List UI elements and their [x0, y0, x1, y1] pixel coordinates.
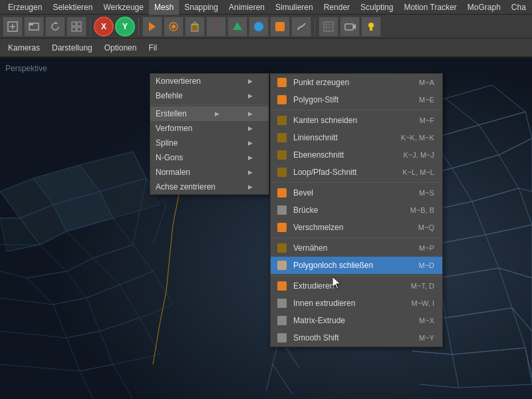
menu-simulieren[interactable]: Simulieren — [270, 0, 319, 15]
ebenenschnitt-icon — [276, 149, 288, 161]
perspective-label: Perspektive — [5, 64, 47, 73]
vernaehen-icon — [276, 242, 288, 254]
toolbar2-fil[interactable]: Fil — [143, 42, 162, 54]
submenu-linienschnitt[interactable]: Linienschnitt K~K, M~K — [271, 129, 442, 146]
toolbar-grid2[interactable] — [319, 17, 338, 37]
toolbar-render2[interactable] — [164, 17, 184, 37]
submenu-bruecke[interactable]: Brücke M~B, B — [271, 201, 442, 219]
mesh-erstellen[interactable]: Erstellen ▶ — [150, 106, 269, 121]
menu-sculpting[interactable]: Sculpting — [355, 0, 398, 15]
submenu-ebenenschnitt[interactable]: Ebenenschnitt K~J, M~J — [271, 146, 442, 164]
svg-point-12 — [172, 25, 176, 29]
mesh-submenu: Punkt erzeugen M~A Polygon-Stift M~E — [270, 73, 443, 347]
matrix-extrude-icon — [276, 315, 288, 327]
svg-rect-7 — [77, 22, 81, 26]
svg-rect-6 — [72, 22, 76, 26]
menu-werkzeuge[interactable]: Werkzeuge — [98, 0, 148, 15]
mesh-befehle[interactable]: Befehle — [150, 88, 269, 103]
submenu-polygon-stift[interactable]: Polygon-Stift M~E — [271, 91, 442, 108]
toolbar-mode-y[interactable]: Y — [115, 17, 135, 37]
polygonloch-icon — [276, 259, 288, 271]
submenu-loop-pfad-schnitt[interactable]: Loop/Pfad-Schnitt K~L, M~L — [271, 164, 442, 181]
toolbar-new[interactable] — [3, 17, 23, 37]
submenu-smooth-shift[interactable]: Smooth Shift M~Y — [271, 329, 442, 346]
menu-animieren[interactable]: Animieren — [223, 0, 270, 15]
svg-rect-23 — [345, 24, 353, 30]
submenu-innen-extrudieren[interactable]: Innen extrudieren M~W, I — [271, 295, 442, 312]
svg-marker-14 — [192, 22, 198, 25]
svg-rect-17 — [275, 22, 285, 31]
svg-rect-26 — [370, 28, 372, 31]
toolbar-deform[interactable] — [291, 17, 311, 37]
mesh-menu: Konvertieren Befehle Erstellen ▶ Verform… — [150, 73, 269, 195]
toolbar-sep-3 — [315, 17, 315, 36]
polygon-stift-icon — [276, 94, 288, 106]
innen-extrudieren-icon — [276, 297, 288, 309]
smooth-shift-icon — [276, 332, 288, 344]
mesh-spline[interactable]: Spline — [150, 136, 269, 150]
toolbar2-darstellung[interactable]: Darstellung — [47, 42, 98, 54]
toolbar-shape3[interactable] — [270, 17, 290, 37]
linienschnitt-icon — [276, 132, 288, 144]
menu-cha[interactable]: Cha — [506, 0, 531, 15]
loop-pfad-icon — [276, 166, 288, 178]
toolbar-mode-x[interactable]: X — [94, 17, 114, 37]
toolbar2-optionen[interactable]: Optionen — [99, 42, 142, 54]
menu-selektieren[interactable]: Selektieren — [47, 0, 98, 15]
menu-bar: Erzeugen Selektieren Werkzeuge Mesh Snap… — [0, 0, 532, 15]
mesh-dropdown: Konvertieren Befehle Erstellen ▶ Verform… — [150, 73, 269, 195]
submenu-extrudieren[interactable]: Extrudieren M~T, D — [271, 277, 442, 295]
verschmelzen-icon — [276, 221, 288, 233]
submenu-punkt-erzeugen[interactable]: Punkt erzeugen M~A — [271, 74, 442, 91]
submenu-polygonloch-schliessen[interactable]: Polygonloch schließen M~D — [271, 257, 442, 274]
svg-point-16 — [254, 22, 263, 31]
menu-render[interactable]: Render — [319, 0, 355, 15]
svg-rect-8 — [72, 27, 76, 31]
svg-point-25 — [368, 23, 374, 28]
toolbar-cube[interactable] — [185, 17, 205, 37]
toolbar-shape1[interactable] — [227, 17, 247, 37]
svg-rect-18 — [324, 22, 333, 31]
toolbar-shape2[interactable] — [249, 17, 269, 37]
svg-marker-15 — [233, 22, 242, 30]
bruecke-icon — [276, 204, 288, 216]
toolbar-sep-2 — [138, 17, 139, 36]
menu-snapping[interactable]: Snapping — [179, 0, 223, 15]
svg-rect-9 — [77, 27, 81, 31]
mesh-konvertieren[interactable]: Konvertieren — [150, 74, 269, 88]
bevel-icon — [276, 187, 288, 199]
svg-rect-4 — [29, 23, 33, 25]
mesh-verformen[interactable]: Verformen — [150, 121, 269, 136]
viewport: Perspektive Konvertieren Befehle Erstell… — [0, 59, 532, 399]
mesh-normalen[interactable]: Normalen — [150, 165, 269, 180]
submenu-vernaehen[interactable]: Vernähen M~P — [271, 239, 442, 257]
toolbar-render1[interactable] — [142, 17, 162, 37]
toolbar-row-1: X Y — [0, 15, 532, 39]
toolbar-open[interactable] — [24, 17, 44, 37]
menu-mograph[interactable]: MoGraph — [462, 0, 506, 15]
toolbar2-kameras[interactable]: Kameras — [3, 42, 45, 54]
toolbar-light[interactable] — [361, 17, 381, 37]
menu-motion-tracker[interactable]: Motion Tracker — [398, 0, 462, 15]
toolbar-camera[interactable] — [340, 17, 360, 37]
kanten-schneiden-icon — [276, 114, 288, 126]
toolbar-row-2: Kameras Darstellung Optionen Fil — [0, 39, 532, 57]
toolbar-refresh[interactable] — [45, 17, 65, 37]
toolbar-grid[interactable] — [66, 17, 86, 37]
submenu-matrix-extrude[interactable]: Matrix-Extrude M~X — [271, 312, 442, 329]
mesh-achse[interactable]: Achse zentrieren — [150, 180, 269, 194]
svg-rect-13 — [192, 25, 198, 31]
extrudieren-icon — [276, 280, 288, 292]
mesh-ngons[interactable]: N-Gons — [150, 150, 269, 165]
menu-erzeugen[interactable]: Erzeugen — [3, 0, 47, 15]
toolbar-pen[interactable] — [206, 17, 226, 37]
svg-marker-10 — [149, 22, 156, 31]
toolbar-sep-1 — [90, 17, 90, 36]
submenu-verschmelzen[interactable]: Verschmelzen M~Q — [271, 219, 442, 236]
punkt-erzeugen-icon — [276, 76, 288, 88]
submenu-bevel[interactable]: Bevel M~S — [271, 184, 442, 201]
menu-mesh[interactable]: Mesh — [149, 0, 179, 15]
svg-marker-5 — [55, 21, 58, 24]
submenu-kanten-schneiden[interactable]: Kanten schneiden M~F — [271, 112, 442, 129]
